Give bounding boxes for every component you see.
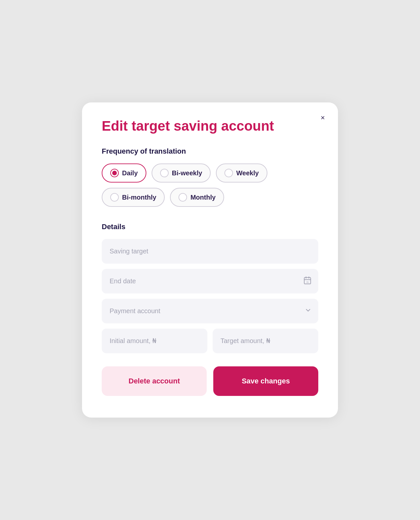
target-amount-input[interactable] bbox=[213, 329, 318, 353]
freq-label-weekly: Weekly bbox=[236, 169, 259, 177]
close-button[interactable]: × bbox=[319, 113, 326, 123]
freq-option-bimonthly[interactable]: Bi-monthly bbox=[102, 188, 165, 207]
action-buttons: Delete account Save changes bbox=[102, 366, 318, 396]
save-changes-button[interactable]: Save changes bbox=[213, 366, 318, 396]
freq-option-monthly[interactable]: Monthly bbox=[170, 188, 224, 207]
radio-circle-bimonthly bbox=[110, 193, 119, 202]
freq-label-monthly: Monthly bbox=[190, 194, 216, 201]
amount-fields bbox=[102, 329, 318, 353]
saving-target-input[interactable] bbox=[102, 239, 318, 264]
freq-label-daily: Daily bbox=[122, 169, 138, 177]
freq-label-bimonthly: Bi-monthly bbox=[122, 194, 156, 201]
details-label: Details bbox=[102, 223, 318, 231]
radio-circle-daily bbox=[110, 169, 119, 177]
radio-dot-daily bbox=[112, 171, 117, 175]
freq-label-biweekly: Bi-weekly bbox=[172, 169, 202, 177]
delete-account-button[interactable]: Delete account bbox=[102, 366, 207, 396]
radio-circle-weekly bbox=[224, 169, 233, 177]
frequency-label: Frequency of translation bbox=[102, 147, 318, 156]
modal: × Edit target saving account Frequency o… bbox=[82, 102, 338, 418]
frequency-section: Frequency of translation Daily Bi-weekly… bbox=[102, 147, 318, 207]
frequency-options: Daily Bi-weekly Weekly Bi-monthly bbox=[102, 163, 318, 207]
end-date-wrapper: 31 bbox=[102, 269, 318, 293]
freq-option-weekly[interactable]: Weekly bbox=[216, 163, 267, 183]
radio-circle-monthly bbox=[178, 193, 187, 202]
freq-option-daily[interactable]: Daily bbox=[102, 163, 146, 183]
radio-circle-biweekly bbox=[160, 169, 169, 177]
payment-account-input[interactable] bbox=[102, 299, 318, 323]
end-date-input[interactable] bbox=[102, 269, 318, 293]
payment-account-wrapper bbox=[102, 299, 318, 323]
fields-group: 31 bbox=[102, 239, 318, 353]
page-title: Edit target saving account bbox=[102, 118, 318, 134]
initial-amount-input[interactable] bbox=[102, 329, 207, 353]
details-section: Details 31 bbox=[102, 223, 318, 353]
freq-option-biweekly[interactable]: Bi-weekly bbox=[152, 163, 211, 183]
